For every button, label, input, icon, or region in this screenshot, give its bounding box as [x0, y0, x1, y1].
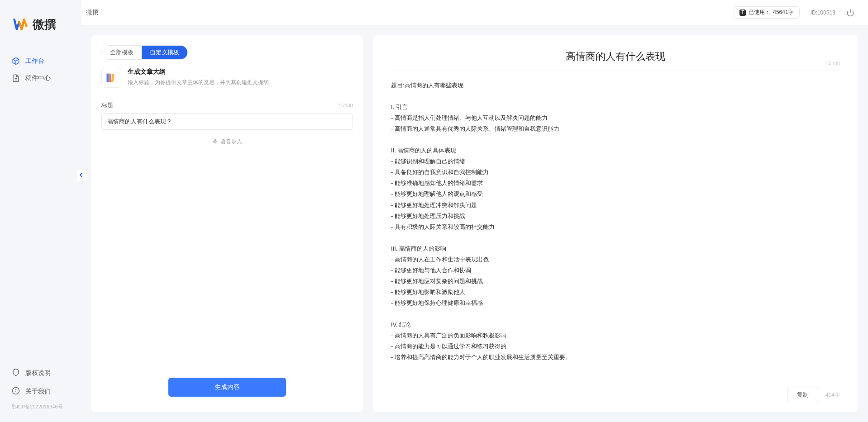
microphone-icon: [212, 138, 218, 145]
icp-text: 鄂ICP备2022016946号: [0, 401, 81, 413]
svg-rect-6: [111, 74, 114, 82]
footer-item-label: 版权说明: [25, 369, 51, 377]
text-icon: T: [739, 9, 746, 16]
tabs: 全部模板 自定义模板: [101, 45, 188, 60]
main: 微撰 T 已使用： 45641字 ID:100519 全部模板 自定义模板: [81, 0, 868, 422]
output-footer: 复制 404字: [391, 381, 840, 402]
nav-item-label: 工作台: [25, 57, 44, 65]
usage-label: 已使用：: [749, 9, 770, 16]
sidebar: 微撰 工作台 稿件中心: [0, 0, 81, 422]
footer-item-copyright[interactable]: 版权说明: [0, 364, 81, 382]
field-counter: 11/100: [338, 103, 353, 108]
nav-item-label: 稿件中心: [25, 74, 51, 82]
title-counter: 10/100: [825, 61, 840, 66]
svg-rect-4: [107, 74, 109, 82]
nav-item-drafts[interactable]: 稿件中心: [0, 70, 81, 87]
cube-icon: [12, 57, 20, 65]
user-id: ID:100519: [811, 9, 835, 16]
logo: 微撰: [0, 0, 81, 43]
nav: 工作台 稿件中心: [0, 43, 81, 364]
svg-point-2: [16, 389, 16, 390]
books-icon: [101, 68, 121, 88]
panel-right: 高情商的人有什么表现 10/100 题目:高情商的人有哪些表现 I. 引言 - …: [373, 35, 858, 412]
generate-button[interactable]: 生成内容: [168, 378, 286, 397]
word-count: 404字: [825, 391, 840, 399]
panel-left: 全部模板 自定义模板 生成文章大纲 输入标题，为你提供文章主体的灵感，并为其创建…: [91, 35, 363, 412]
topbar: 微撰 T 已使用： 45641字 ID:100519: [81, 0, 868, 25]
title-input[interactable]: [101, 113, 353, 130]
nav-item-workbench[interactable]: 工作台: [0, 52, 81, 70]
card-desc: 输入标题，为你提供文章主体的灵感，并为其创建推文提纲: [128, 79, 353, 86]
svg-rect-5: [109, 74, 111, 82]
form-section: 标题 11/100 语音录入: [101, 97, 353, 154]
svg-rect-7: [215, 139, 216, 142]
tab-custom-templates[interactable]: 自定义模板: [142, 46, 187, 59]
logo-icon: [13, 16, 29, 33]
output-body[interactable]: 题目:高情商的人有哪些表现 I. 引言 - 高情商是指人们处理情绪、与他人互动以…: [391, 71, 840, 381]
tab-all-templates[interactable]: 全部模板: [102, 46, 142, 59]
field-label: 标题: [101, 101, 113, 109]
collapse-handle[interactable]: [77, 170, 86, 181]
voice-hint: 语音录入: [220, 138, 242, 146]
output-title-row: 高情商的人有什么表现 10/100: [391, 45, 840, 71]
template-card: 生成文章大纲 输入标题，为你提供文章主体的灵感，并为其创建推文提纲: [101, 60, 353, 97]
page-title: 微撰: [86, 9, 99, 17]
chevron-left-icon: [79, 171, 84, 180]
footer-item-label: 关于我们: [25, 388, 51, 396]
document-icon: [12, 74, 20, 82]
power-icon[interactable]: [846, 9, 854, 17]
usage-value: 45641字: [773, 9, 793, 16]
card-title: 生成文章大纲: [128, 68, 353, 76]
output-title: 高情商的人有什么表现: [391, 50, 840, 63]
voice-input-button[interactable]: 语音录入: [101, 130, 353, 154]
footer-item-about[interactable]: 关于我们: [0, 382, 81, 401]
info-icon: [12, 387, 20, 396]
shield-icon: [12, 368, 20, 378]
sidebar-bottom: 版权说明 关于我们 鄂ICP备2022016946号: [0, 364, 81, 422]
copy-button[interactable]: 复制: [787, 388, 818, 402]
logo-text: 微撰: [33, 17, 56, 33]
usage-badge[interactable]: T 已使用： 45641字: [734, 6, 799, 19]
content: 全部模板 自定义模板 生成文章大纲 输入标题，为你提供文章主体的灵感，并为其创建…: [81, 25, 868, 422]
